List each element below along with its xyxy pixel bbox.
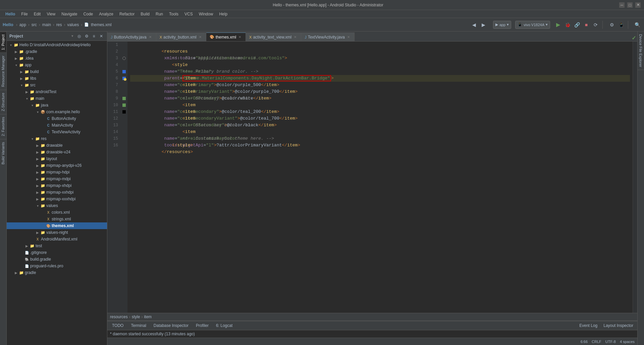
tree-item-mipmap-anydpi[interactable]: ▶ 📁 mipmap-anydpi-v26 <box>7 162 107 169</box>
menu-vcs[interactable]: VCS <box>182 11 196 17</box>
tree-item-app[interactable]: ▾ 📁 app <box>7 62 107 68</box>
tab-database-inspector[interactable]: Database Inspector <box>150 322 192 330</box>
menu-code[interactable]: Code <box>81 11 96 17</box>
panel-settings-btn[interactable]: ⚙ <box>84 33 90 39</box>
tree-item-buildgradle[interactable]: 🐘 build.gradle <box>7 256 107 263</box>
sidebar-tab-structure[interactable]: Z-Structure <box>0 90 6 114</box>
tree-item-drawable[interactable]: ▶ 📁 drawable <box>7 142 107 149</box>
sidebar-tab-favorites[interactable]: 2: Favorites <box>0 114 6 139</box>
sdk-manager-button[interactable]: ⚙ <box>608 21 616 29</box>
tab-close-2[interactable]: ✕ <box>198 35 203 40</box>
tree-item-mipmap-xxxhdpi[interactable]: ▶ 📁 mipmap-xxxhdpi <box>7 196 107 202</box>
tree-item-src[interactable]: ▾ 📁 src <box>7 82 107 88</box>
tree-item-mipmap-xxhdpi[interactable]: ▶ 📁 mipmap-xxhdpi <box>7 189 107 196</box>
tree-item-libs[interactable]: ▶ 📁 libs <box>7 75 107 82</box>
debug-button[interactable]: 🐞 <box>564 21 572 29</box>
avd-manager-button[interactable]: 📱 <box>617 21 625 29</box>
tab-activitybutton[interactable]: X activity_button.xml ✕ <box>156 32 206 41</box>
event-log-link[interactable]: Event Log <box>577 323 600 328</box>
tree-item-main[interactable]: ▾ 📁 main <box>7 95 107 102</box>
menu-refactor[interactable]: Refactor <box>117 11 137 17</box>
tree-item-gradle-outer[interactable]: ▶ 📁 gradle <box>7 269 107 276</box>
tree-item-textviewactivity[interactable]: C TextViewActivity <box>7 129 107 135</box>
tree-item-hello[interactable]: ▾ 📁 Hello D:\install\Android\Androidwp\H… <box>7 42 107 48</box>
tab-close-4[interactable]: ✕ <box>293 35 298 40</box>
forward-nav-button[interactable]: ▶ <box>480 21 488 29</box>
back-nav-button[interactable]: ◀ <box>470 21 478 29</box>
panel-expand-btn[interactable]: ≡ <box>91 33 97 39</box>
panel-locate-btn[interactable]: ◎ <box>76 33 82 39</box>
tree-item-mipmap-mdpi[interactable]: ▶ 📁 mipmap-mdpi <box>7 176 107 182</box>
tree-item-strings[interactable]: X strings.xml <box>7 216 107 222</box>
menu-view[interactable]: View <box>44 11 58 17</box>
tree-item-values[interactable]: ▾ 📁 values <box>7 202 107 209</box>
code-content[interactable]: <resources xmlns:tools="http://schemas.a… <box>127 42 633 313</box>
tab-terminal[interactable]: Terminal <box>127 322 149 330</box>
tab-close-3[interactable]: ✕ <box>237 35 242 40</box>
tree-item-test[interactable]: ▶ 📁 test <box>7 243 107 249</box>
tree-item-java[interactable]: ▾ 📁 java <box>7 102 107 109</box>
tree-item-proguard[interactable]: 📄 proguard-rules.pro <box>7 263 107 269</box>
sync-button[interactable]: ⟳ <box>592 21 600 29</box>
tab-close-1[interactable]: ✕ <box>148 35 153 40</box>
tree-item-drawable-v24[interactable]: ▶ 📁 drawable-v24 <box>7 149 107 155</box>
tree-item-androidtest[interactable]: ▶ 📁 androidTest <box>7 88 107 95</box>
tree-item-buttonactivity[interactable]: C ButtonActivity <box>7 115 107 122</box>
layout-inspector-link[interactable]: Layout Inspector <box>601 323 636 328</box>
menu-analyze[interactable]: Analyze <box>96 11 116 17</box>
tree-item-layout[interactable]: ▶ 📁 layout <box>7 155 107 162</box>
tab-logcat[interactable]: 6: Logcat <box>213 322 236 330</box>
sidebar-tab-build-variants[interactable]: Build Variants <box>0 139 6 167</box>
status-line-ending[interactable]: CRLF <box>592 340 601 344</box>
tree-item-gradle-hidden[interactable]: ▶ 📁 .gradle <box>7 48 107 55</box>
tree-item-gitignore[interactable]: 📄 .gitignore <box>7 249 107 256</box>
tab-buttonactivity[interactable]: J ButtonActivity.java ✕ <box>107 32 156 41</box>
tab-close-5[interactable]: ✕ <box>346 35 351 40</box>
status-position[interactable]: 6:66 <box>581 340 588 344</box>
editor-scrollbar[interactable] <box>633 42 637 313</box>
tree-item-idea[interactable]: ▶ 📁 .idea <box>7 55 107 62</box>
menu-help[interactable]: Help <box>216 11 230 17</box>
tree-item-mipmap-xhdpi[interactable]: ▶ 📁 mipmap-xhdpi <box>7 182 107 189</box>
run-button[interactable]: ▶ <box>554 21 562 29</box>
tab-profiler[interactable]: Profiler <box>193 322 212 330</box>
stop-button[interactable]: ■ <box>582 21 590 29</box>
minimize-button[interactable]: ─ <box>619 2 625 8</box>
tab-todo[interactable]: TODO <box>109 322 127 330</box>
status-indent[interactable]: 4 spaces <box>620 340 635 344</box>
search-everywhere-button[interactable]: 🔍 <box>633 21 641 29</box>
bc-item-breadcrumb[interactable]: item <box>144 315 152 319</box>
tree-item-manifest[interactable]: X AndroidManifest.xml <box>7 236 107 243</box>
tree-item-colors[interactable]: X colors.xml <box>7 209 107 216</box>
tree-item-mipmap-hdpi[interactable]: ▶ 📁 mipmap-hdpi <box>7 169 107 176</box>
sidebar-tab-project[interactable]: 1: Project <box>0 31 6 53</box>
tab-activitytextview[interactable]: X activity_text_view.xml ✕ <box>246 32 301 41</box>
menu-build[interactable]: Build <box>138 11 152 17</box>
panel-close-btn[interactable]: ✕ <box>98 33 104 39</box>
tree-item-res[interactable]: ▾ 📁 res <box>7 135 107 142</box>
tree-item-mainactivity[interactable]: C MainActivity <box>7 122 107 129</box>
attach-debugger-button[interactable]: 🔗 <box>573 21 581 29</box>
menu-file[interactable]: File <box>18 11 30 17</box>
tab-themesxml[interactable]: 🎨 themes.xml ✕ <box>206 32 246 41</box>
menu-hello[interactable]: Hello <box>3 11 18 17</box>
sidebar-tab-resource[interactable]: Resource Manager <box>0 53 6 90</box>
bc-style[interactable]: style <box>132 315 140 319</box>
menu-run[interactable]: Run <box>153 11 166 17</box>
status-encoding[interactable]: UTF-8 <box>605 340 616 344</box>
device-selector[interactable]: 📱 vivo V1824A ▾ <box>515 21 550 29</box>
tree-item-build[interactable]: ▶ 📁 build <box>7 68 107 75</box>
sidebar-tab-device-explorer[interactable]: Device File Explorer <box>638 31 644 70</box>
menu-tools[interactable]: Tools <box>166 11 181 17</box>
app-selector[interactable]: ▶ app ▾ <box>493 21 511 29</box>
tree-item-themes[interactable]: 🎨 themes.xml <box>7 222 107 229</box>
tree-item-package[interactable]: ▾ 📦 com.example.hello <box>7 109 107 115</box>
tab-textviewactivity[interactable]: J TextViewActivity.java ✕ <box>301 32 355 41</box>
bc-resources[interactable]: resources <box>110 315 128 319</box>
menu-edit[interactable]: Edit <box>31 11 44 17</box>
tree-item-values-night[interactable]: ▶ 📁 values-night <box>7 229 107 236</box>
close-button[interactable]: ✕ <box>635 2 641 8</box>
menu-navigate[interactable]: Navigate <box>59 11 80 17</box>
menu-window[interactable]: Window <box>196 11 216 17</box>
maximize-button[interactable]: □ <box>627 2 633 8</box>
